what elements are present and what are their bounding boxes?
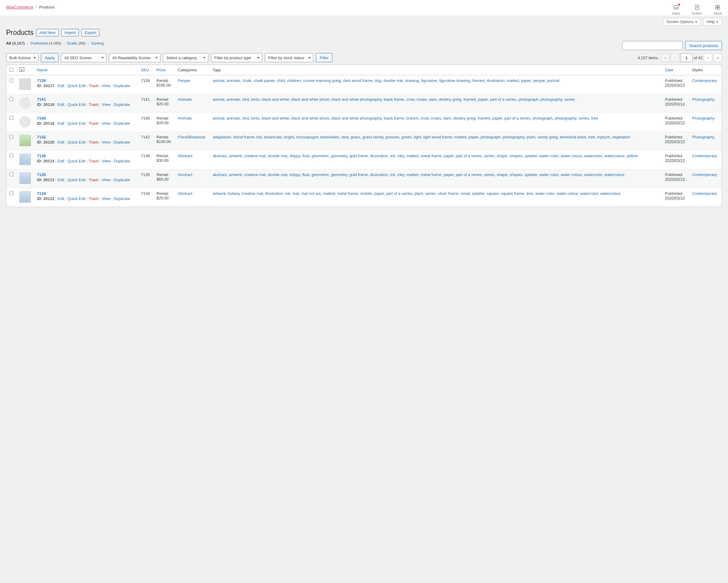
tag-link[interactable]: child (277, 78, 285, 83)
tag-link[interactable]: photograph (480, 135, 500, 139)
tag-link[interactable]: plant (527, 135, 535, 139)
tag-link[interactable]: dog (374, 78, 381, 83)
pagination-first[interactable]: « (661, 53, 670, 62)
tag-link[interactable]: chalk (242, 78, 252, 83)
tag-link[interactable]: figurative drawing (439, 78, 470, 83)
trash-link[interactable]: Trash (88, 178, 99, 182)
tag-link[interactable]: shape (497, 154, 507, 158)
tag-link[interactable]: series (578, 116, 589, 121)
col-name[interactable]: Name (37, 68, 48, 72)
style-link[interactable]: Photography (692, 97, 714, 102)
tag-link[interactable]: double mat (383, 78, 403, 83)
tag-link[interactable]: creative mat (242, 191, 263, 196)
search-input[interactable] (622, 41, 683, 50)
tag-link[interactable]: tree (591, 116, 598, 121)
quick-edit-link[interactable]: Quick Edit (68, 140, 85, 145)
tag-link[interactable]: terrestrial plant (560, 135, 586, 139)
edit-link[interactable]: Edit (58, 83, 64, 88)
tag-link[interactable]: tree (526, 191, 533, 196)
quick-edit-link[interactable]: Quick Edit (68, 83, 85, 88)
tag-link[interactable]: inky (397, 154, 404, 158)
tag-link[interactable]: matted (407, 172, 419, 177)
tag-link[interactable]: birds (251, 116, 260, 121)
edit-link[interactable]: Edit (58, 102, 64, 107)
tag-link[interactable]: botanicals (264, 135, 282, 139)
tag-link[interactable]: shapes (510, 154, 522, 158)
tag-link[interactable]: artwerk (229, 172, 242, 177)
filter-sorting[interactable]: Sorting (91, 41, 104, 46)
product-thumbnail[interactable] (19, 78, 31, 90)
pagination-current-input[interactable] (680, 53, 693, 62)
tag-link[interactable]: paper (478, 97, 488, 102)
seo-scores-select[interactable]: All SEO Scores (61, 53, 106, 62)
category-select[interactable]: Select a category (163, 53, 208, 62)
tag-link[interactable]: part of a series (456, 172, 482, 177)
col-sku[interactable]: SKU (141, 68, 149, 72)
tag-link[interactable]: watercolour (604, 172, 625, 177)
edit-link[interactable]: Edit (58, 159, 64, 163)
style-link[interactable]: Photography (692, 116, 714, 121)
tag-link[interactable]: animal (213, 97, 224, 102)
screen-options-button[interactable]: Screen Options ▼ (663, 18, 701, 25)
readability-scores-select[interactable]: All Readability Scores (109, 53, 160, 62)
tag-link[interactable]: water color (536, 191, 554, 196)
orders-nav[interactable]: Orders (692, 4, 702, 15)
tag-link[interactable]: dark (429, 97, 437, 102)
tag-link[interactable]: paper (492, 116, 502, 121)
category-link[interactable]: Animals (178, 97, 192, 102)
row-checkbox[interactable] (9, 172, 14, 176)
tag-link[interactable]: bot (256, 135, 262, 139)
tag-link[interactable]: series (425, 191, 436, 196)
row-checkbox[interactable] (9, 78, 14, 82)
tag-link[interactable]: series (564, 97, 575, 102)
category-link[interactable]: Animals (178, 116, 192, 121)
tag-link[interactable]: destiny greig (439, 97, 461, 102)
tag-link[interactable]: illustration (265, 191, 283, 196)
tag-link[interactable]: watercolor (584, 154, 602, 158)
tag-link[interactable]: illustration (370, 172, 388, 177)
edit-link[interactable]: Edit (58, 121, 64, 126)
product-thumbnail[interactable] (19, 154, 31, 165)
tag-link[interactable]: black and white photo (291, 116, 330, 121)
tag-link[interactable]: bird (242, 116, 249, 121)
tag-link[interactable]: photography (503, 135, 524, 139)
tag-link[interactable]: square frame (501, 191, 524, 196)
tag-link[interactable]: part of a series (504, 116, 530, 121)
trash-link[interactable]: Trash (88, 121, 99, 126)
product-thumbnail[interactable] (19, 135, 31, 146)
search-products-button[interactable]: Search products (685, 41, 722, 50)
tag-link[interactable]: water color (539, 154, 558, 158)
tag-link[interactable]: paper (521, 78, 531, 83)
tag-link[interactable]: animals (227, 78, 240, 83)
tag-link[interactable]: adaptation (213, 135, 231, 139)
tag-link[interactable]: illustration (370, 154, 388, 158)
style-link[interactable]: Photography (692, 135, 714, 139)
tag-link[interactable]: geometry (331, 172, 347, 177)
tag-link[interactable]: artwerk (213, 191, 226, 196)
tag-link[interactable]: paper (443, 172, 453, 177)
tag-link[interactable]: silver frame (438, 191, 458, 196)
tag-link[interactable]: blond frame (233, 135, 254, 139)
quick-edit-link[interactable]: Quick Edit (68, 196, 85, 201)
tag-link[interactable]: ink (285, 191, 290, 196)
view-link[interactable]: View (102, 83, 110, 88)
tag-link[interactable]: tree (588, 135, 595, 139)
tag-link[interactable]: paper (374, 191, 384, 196)
category-link[interactable]: Abstract (178, 191, 192, 196)
tag-link[interactable]: water colour (561, 154, 582, 158)
tag-link[interactable]: connie manning greig (303, 78, 341, 83)
tag-link[interactable]: vegetation (612, 135, 630, 139)
col-date[interactable]: Date (665, 68, 673, 72)
tag-link[interactable]: chrysopogon zizanioides (296, 135, 339, 139)
product-title-link[interactable]: 7142 (37, 135, 46, 139)
tag-link[interactable]: water colour (561, 172, 582, 177)
tag-link[interactable]: part of a series (386, 191, 412, 196)
filter-published[interactable]: Published (4,069) (30, 41, 61, 46)
tag-link[interactable]: people (533, 78, 545, 83)
tag-link[interactable]: water colour (556, 191, 578, 196)
tag-link[interactable]: figurative (421, 78, 437, 83)
add-new-button[interactable]: Add New (36, 29, 59, 36)
trash-link[interactable]: Trash (88, 140, 99, 145)
tag-link[interactable]: ink (390, 154, 395, 158)
duplicate-link[interactable]: Duplicate (113, 178, 130, 182)
